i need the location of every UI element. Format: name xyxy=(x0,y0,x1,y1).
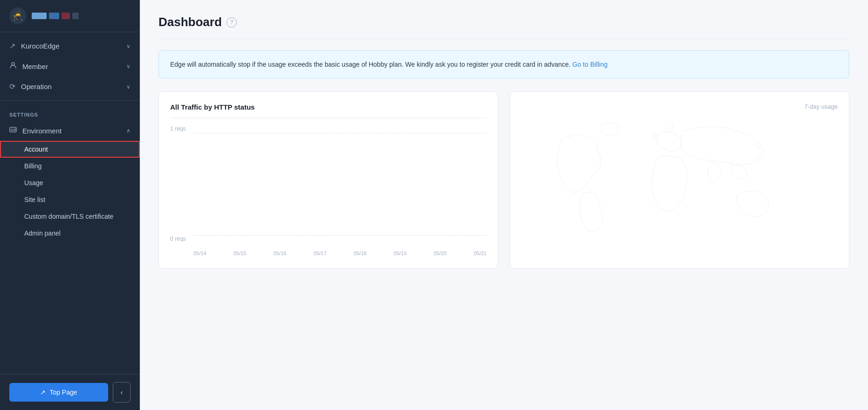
sidebar-item-usage[interactable]: Usage xyxy=(0,174,140,191)
sidebar-footer: ↗ Top Page ‹ xyxy=(0,374,140,410)
operation-label: Operation xyxy=(21,83,52,90)
x-label-5: 05/19 xyxy=(394,250,407,256)
top-page-label: Top Page xyxy=(49,389,77,396)
environment-label: Environment xyxy=(22,127,62,135)
sidebar-item-kurocoedge[interactable]: ↗ KurocoEdge ∨ xyxy=(0,36,140,56)
environment-icon xyxy=(9,126,17,135)
member-label: Member xyxy=(22,63,48,70)
chevron-down-icon: ∨ xyxy=(126,43,131,49)
info-banner: Edge will automatically stop if the usag… xyxy=(158,50,849,78)
collapse-sidebar-button[interactable]: ‹ xyxy=(113,382,131,403)
billing-label: Billing xyxy=(24,162,41,170)
page-title: Dashboard xyxy=(158,15,222,29)
world-map xyxy=(521,118,838,248)
sidebar-item-operation[interactable]: ⟳ Operation ∨ xyxy=(0,76,140,97)
world-map-svg xyxy=(521,118,838,248)
x-label-1: 05/15 xyxy=(234,250,247,256)
main-content: Dashboard ? Edge will automatically stop… xyxy=(140,0,868,410)
member-icon xyxy=(9,62,17,71)
traffic-card-title: All Traffic by HTTP status xyxy=(170,103,487,118)
kurocoedge-icon: ↗ xyxy=(9,42,15,50)
traffic-card: All Traffic by HTTP status 1 reqs 0 reqs… xyxy=(158,91,498,269)
chevron-down-icon-2: ∨ xyxy=(126,63,131,69)
sidebar-item-environment[interactable]: Environment ∧ xyxy=(0,120,140,141)
page-header: Dashboard ? xyxy=(158,15,849,39)
sidebar-item-site-list[interactable]: Site list xyxy=(0,191,140,208)
x-label-6: 05/20 xyxy=(434,250,447,256)
svg-rect-2 xyxy=(14,129,15,131)
sidebar-item-member[interactable]: Member ∨ xyxy=(0,56,140,76)
help-icon[interactable]: ? xyxy=(227,17,237,28)
svg-point-0 xyxy=(12,63,14,65)
chart-y-bottom-label: 0 reqs xyxy=(170,236,186,242)
usage-card: 7-day usage xyxy=(510,91,849,269)
sidebar-header: 🥷 xyxy=(0,0,140,32)
settings-section-label: SETTINGS xyxy=(0,104,140,120)
brand-block-2 xyxy=(49,13,59,19)
account-label: Account xyxy=(24,146,48,153)
dashboard-grid: All Traffic by HTTP status 1 reqs 0 reqs… xyxy=(158,91,849,269)
info-banner-text: Edge will automatically stop if the usag… xyxy=(170,61,571,68)
chevron-up-icon: ∧ xyxy=(126,127,131,134)
brand-colors xyxy=(32,13,79,19)
chart-y-top-label: 1 reqs xyxy=(170,125,186,132)
kurocoedge-label: KurocoEdge xyxy=(21,42,60,50)
top-page-button[interactable]: ↗ Top Page xyxy=(9,383,108,402)
chevron-down-icon-3: ∨ xyxy=(126,83,131,90)
x-label-7: 05/21 xyxy=(474,250,487,256)
nav-divider-1 xyxy=(0,100,140,101)
operation-icon: ⟳ xyxy=(9,82,15,91)
chevron-left-icon: ‹ xyxy=(121,389,123,396)
sidebar-item-custom-domain[interactable]: Custom domain/TLS certificate xyxy=(0,208,140,225)
x-label-0: 05/14 xyxy=(193,250,207,256)
go-to-billing-link[interactable]: Go to Billing xyxy=(572,61,607,68)
chart-grid-top xyxy=(193,133,487,133)
sidebar-item-billing[interactable]: Billing xyxy=(0,158,140,174)
logo-icon: 🥷 xyxy=(9,7,26,24)
environment-section: Environment ∧ Account Billing Usage Site… xyxy=(0,120,140,242)
sidebar-item-account[interactable]: Account xyxy=(0,141,140,158)
chart-grid-bottom xyxy=(193,235,487,236)
custom-domain-label: Custom domain/TLS certificate xyxy=(24,213,113,220)
chart-area: 1 reqs 0 reqs 05/14 05/15 05/16 05/17 05… xyxy=(170,125,487,256)
x-label-2: 05/16 xyxy=(274,250,287,256)
admin-panel-label: Admin panel xyxy=(24,229,61,237)
x-label-3: 05/17 xyxy=(314,250,327,256)
brand-block-4 xyxy=(72,13,79,19)
external-link-icon: ↗ xyxy=(40,389,46,396)
brand-block-3 xyxy=(62,13,70,19)
site-list-label: Site list xyxy=(24,196,45,203)
sidebar-item-admin-panel[interactable]: Admin panel xyxy=(0,225,140,242)
usage-label: Usage xyxy=(24,179,43,187)
x-label-4: 05/18 xyxy=(354,250,367,256)
usage-card-subtitle: 7-day usage xyxy=(521,103,838,110)
sidebar: 🥷 ↗ KurocoEdge ∨ Memb xyxy=(0,0,140,410)
chart-x-labels: 05/14 05/15 05/16 05/17 05/18 05/19 05/2… xyxy=(193,250,487,256)
sidebar-nav: ↗ KurocoEdge ∨ Member ∨ ⟳ Operation xyxy=(0,32,140,374)
brand-block-1 xyxy=(32,13,47,19)
environment-sub-items: Account Billing Usage Site list Custom d… xyxy=(0,141,140,242)
